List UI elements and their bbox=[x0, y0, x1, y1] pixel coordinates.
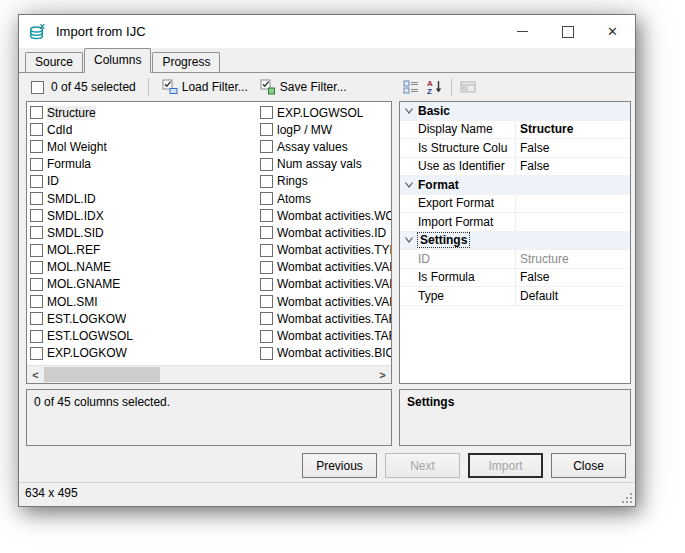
column-checkbox-item[interactable]: logP / MW bbox=[260, 121, 391, 138]
column-checkbox-item[interactable]: Atoms bbox=[260, 190, 391, 207]
column-checkbox-item[interactable]: MOL.REF bbox=[30, 242, 258, 259]
sort-alphabetical-button[interactable]: A Z bbox=[423, 76, 447, 98]
checkbox-icon[interactable] bbox=[260, 192, 273, 205]
property-row[interactable]: Is Structure ColuFalse bbox=[400, 139, 630, 158]
column-checkbox-item[interactable]: EST.LOGKOW bbox=[30, 310, 258, 327]
save-filter-button[interactable]: Save Filter... bbox=[254, 76, 353, 98]
checkbox-icon[interactable] bbox=[30, 192, 43, 205]
select-all-checkbox[interactable] bbox=[31, 81, 44, 94]
property-category-settings[interactable]: Settings bbox=[400, 232, 630, 251]
close-button[interactable]: Close bbox=[551, 453, 626, 478]
column-checkbox-item[interactable]: Rings bbox=[260, 173, 391, 190]
property-value[interactable]: Structure bbox=[515, 121, 630, 139]
collapse-chevron-icon[interactable] bbox=[400, 108, 418, 114]
checkbox-icon[interactable] bbox=[30, 140, 43, 153]
column-checkbox-item[interactable]: Num assay vals bbox=[260, 156, 391, 173]
property-value[interactable] bbox=[515, 213, 630, 231]
column-checkbox-item[interactable]: SMDL.SID bbox=[30, 224, 258, 241]
column-checkbox-item[interactable]: MOL.SMI bbox=[30, 293, 258, 310]
column-checkbox-item[interactable]: SMDL.ID bbox=[30, 190, 258, 207]
maximize-button[interactable] bbox=[545, 15, 590, 48]
checkbox-icon[interactable] bbox=[260, 261, 273, 274]
column-checkbox-item[interactable]: Wombat activities.VALUI bbox=[260, 259, 391, 276]
checkbox-icon[interactable] bbox=[30, 209, 43, 222]
checkbox-icon[interactable] bbox=[260, 347, 273, 360]
property-row[interactable]: Display NameStructure bbox=[400, 121, 630, 140]
minimize-button[interactable] bbox=[500, 15, 545, 48]
checkbox-icon[interactable] bbox=[30, 347, 43, 360]
column-checkbox-item[interactable]: EST.LOGWSOL bbox=[30, 327, 258, 344]
column-checkbox-item[interactable]: Mol Weight bbox=[30, 138, 258, 155]
property-value[interactable]: False bbox=[515, 269, 630, 287]
checkbox-icon[interactable] bbox=[30, 278, 43, 291]
checkbox-icon[interactable] bbox=[260, 244, 273, 257]
checkbox-icon[interactable] bbox=[260, 295, 273, 308]
checkbox-icon[interactable] bbox=[260, 140, 273, 153]
checkbox-icon[interactable] bbox=[260, 123, 273, 136]
checkbox-icon[interactable] bbox=[260, 209, 273, 222]
column-checkbox-item[interactable]: Structure bbox=[30, 104, 258, 121]
column-checkbox-item[interactable]: MOL.GNAME bbox=[30, 276, 258, 293]
checkbox-icon[interactable] bbox=[30, 295, 43, 308]
collapse-chevron-icon[interactable] bbox=[400, 182, 418, 188]
scroll-left-arrow-icon[interactable]: < bbox=[27, 366, 44, 383]
property-category-format[interactable]: Format bbox=[400, 176, 630, 195]
checkbox-icon[interactable] bbox=[260, 106, 273, 119]
checkbox-icon[interactable] bbox=[30, 106, 43, 119]
column-checkbox-item[interactable]: Wombat activities.VALUI bbox=[260, 293, 391, 310]
checkbox-icon[interactable] bbox=[260, 175, 273, 188]
column-checkbox-item[interactable]: EXP.LOGWSOL bbox=[260, 104, 391, 121]
checkbox-icon[interactable] bbox=[30, 244, 43, 257]
column-checkbox-item[interactable]: MOL.NAME bbox=[30, 259, 258, 276]
checkbox-icon[interactable] bbox=[30, 226, 43, 239]
property-row[interactable]: Import Format bbox=[400, 213, 630, 232]
column-checkbox-item[interactable]: Wombat activities.TYPE bbox=[260, 242, 391, 259]
title-bar[interactable]: X Import from IJC ✕ bbox=[19, 15, 635, 48]
load-filter-button[interactable]: Load Filter... bbox=[156, 76, 254, 98]
column-checkbox-item[interactable]: ID bbox=[30, 173, 258, 190]
checkbox-icon[interactable] bbox=[260, 226, 273, 239]
column-checkbox-item[interactable]: Formula bbox=[30, 156, 258, 173]
checkbox-icon[interactable] bbox=[30, 330, 43, 343]
column-checkbox-item[interactable]: Wombat activities.ID bbox=[260, 224, 391, 241]
property-value[interactable] bbox=[515, 195, 630, 213]
column-checkbox-item[interactable]: CdId bbox=[30, 121, 258, 138]
close-button[interactable]: ✕ bbox=[590, 15, 635, 48]
property-row[interactable]: TypeDefault bbox=[400, 287, 630, 306]
tab-progress[interactable]: Progress bbox=[152, 52, 220, 72]
column-checkbox-item[interactable]: Wombat activities.TARG bbox=[260, 310, 391, 327]
checkbox-icon[interactable] bbox=[260, 158, 273, 171]
column-checkbox-item[interactable]: Wombat activities.TARG bbox=[260, 327, 391, 344]
column-checkbox-item[interactable]: Wombat activities.WOM bbox=[260, 207, 391, 224]
property-value[interactable]: False bbox=[515, 158, 630, 176]
scroll-right-arrow-icon[interactable]: > bbox=[374, 366, 391, 383]
property-value[interactable]: False bbox=[515, 139, 630, 157]
column-checkbox-item[interactable]: SMDL.IDX bbox=[30, 207, 258, 224]
checkbox-icon[interactable] bbox=[260, 330, 273, 343]
categorized-view-button[interactable] bbox=[399, 76, 423, 98]
tab-source[interactable]: Source bbox=[25, 52, 83, 72]
property-row[interactable]: IDStructure bbox=[400, 250, 630, 269]
property-row[interactable]: Use as IdentifierFalse bbox=[400, 158, 630, 177]
collapse-chevron-icon[interactable] bbox=[400, 237, 418, 243]
checkbox-icon[interactable] bbox=[30, 312, 43, 325]
column-checkbox-item[interactable]: EXP.LOGKOW bbox=[30, 345, 258, 362]
property-category-basic[interactable]: Basic bbox=[400, 102, 630, 121]
column-checkbox-item[interactable]: Assay values bbox=[260, 138, 391, 155]
column-checkbox-item[interactable]: Wombat activities.VALUI bbox=[260, 276, 391, 293]
checkbox-icon[interactable] bbox=[260, 312, 273, 325]
previous-button[interactable]: Previous bbox=[302, 453, 377, 478]
property-row[interactable]: Export Format bbox=[400, 195, 630, 214]
scrollbar-thumb[interactable] bbox=[44, 367, 160, 382]
property-row[interactable]: Is FormulaFalse bbox=[400, 269, 630, 288]
property-value[interactable]: Structure bbox=[515, 250, 630, 268]
checkbox-icon[interactable] bbox=[30, 175, 43, 188]
checkbox-icon[interactable] bbox=[30, 158, 43, 171]
resize-grip-icon[interactable] bbox=[620, 491, 633, 504]
horizontal-scrollbar[interactable]: < > bbox=[27, 365, 391, 383]
tab-columns[interactable]: Columns bbox=[84, 48, 151, 73]
checkbox-icon[interactable] bbox=[30, 261, 43, 274]
checkbox-icon[interactable] bbox=[260, 278, 273, 291]
column-checkbox-item[interactable]: Wombat activities.BIO.S bbox=[260, 345, 391, 362]
property-value[interactable]: Default bbox=[515, 287, 630, 305]
